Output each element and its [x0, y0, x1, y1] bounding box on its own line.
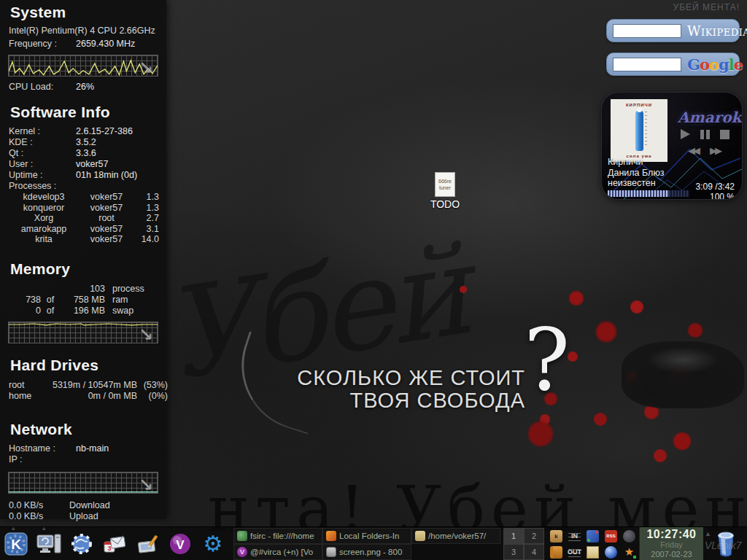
track-info: Кирпичи Данила Блюз неизвестен — [608, 157, 664, 189]
memory-row: 738of758 MBram — [0, 295, 166, 306]
memory-row: 103process — [0, 284, 166, 295]
desktop-pager: 1 2 3 4 — [503, 528, 544, 560]
trash-popup-arrow[interactable]: ▲ — [705, 530, 711, 537]
moon-applet-icon[interactable] — [623, 530, 635, 542]
pager-desktop-4[interactable]: 4 — [524, 544, 544, 560]
section-title-drives: Hard Drives — [0, 357, 166, 374]
kde-value: 3.5.2 — [76, 137, 160, 148]
user-value: voker57 — [76, 159, 160, 170]
blood-splatter — [460, 286, 467, 293]
memory-row: 0of196 MBswap — [0, 306, 166, 316]
mail-calendar-icon: 3 — [102, 533, 127, 555]
task-fsirc[interactable]: fsirc - file:///home — [233, 528, 322, 544]
process-row: kdevelop3voker571.3 — [0, 192, 166, 203]
system-monitor-widget: System Intel(R) Pentium(R) 4 CPU 2.66GHz… — [0, 0, 166, 519]
task-screen-png[interactable]: screen.png - 800 — [322, 544, 411, 560]
network-rate-row: 0.0 KB/sUpload — [0, 511, 166, 522]
graph-arrow-icon: ↘ — [139, 324, 153, 346]
flower-app-icon[interactable]: ★ — [623, 546, 635, 559]
section-title-memory: Memory — [0, 260, 166, 278]
pager-desktop-3[interactable]: 3 — [503, 544, 524, 560]
network-connections-icon[interactable] — [587, 530, 599, 542]
album-art-thermometer — [635, 110, 643, 151]
globe-tray-icon[interactable] — [605, 546, 617, 559]
folder-icon — [415, 531, 425, 541]
album-art[interactable]: КИРПИЧИ сила ума — [611, 99, 667, 162]
wallpaper-line1: СКОЛЬКО ЖЕ СТОИТ — [297, 367, 525, 389]
kmenu-button[interactable]: K — [3, 531, 29, 557]
pencil-pad-icon — [136, 533, 159, 555]
hostname-value: nb-main — [76, 443, 160, 454]
user-label: User : — [9, 159, 76, 170]
ip-label: IP : — [0, 454, 166, 465]
network-out-monitor-icon[interactable]: OUT — [568, 546, 581, 559]
virca-icon: V — [237, 547, 247, 557]
track-artist: Кирпичи — [608, 157, 664, 168]
process-row: amarokappvoker573.1 — [0, 224, 166, 235]
clock-date: 2007-02-23 — [640, 550, 703, 559]
rss-reader-icon[interactable]: RSS — [605, 530, 617, 542]
uptime-label: Uptime : — [9, 170, 76, 181]
task-kmail-folders[interactable]: Local Folders-In — [322, 528, 411, 544]
konqueror-launcher[interactable] — [69, 531, 95, 557]
cpu-load-value: 26% — [76, 82, 160, 93]
clock-time: 10:27:40 — [640, 529, 703, 540]
next-track-button[interactable]: ▶▶ — [710, 145, 720, 156]
virca-launcher[interactable]: V — [167, 531, 193, 557]
mail-notifier-icon[interactable] — [587, 546, 599, 559]
klipper-icon[interactable]: k — [550, 530, 562, 542]
kontact-launcher[interactable]: 3 — [101, 531, 128, 557]
notes-launcher[interactable] — [134, 531, 160, 557]
gear-app-launcher[interactable]: ⚙ — [200, 531, 226, 557]
amarok-player-widget[interactable]: КИРПИЧИ сила ума Amarok ◀◀ ▶▶ Кирпичи Да… — [601, 92, 743, 200]
graph-arrow-icon: ↘ — [139, 57, 153, 79]
track-progress-bar[interactable] — [608, 190, 689, 197]
desktop-icon-todo[interactable]: 666re tuner TODO — [427, 172, 463, 210]
panel-clock[interactable]: 10:27:40 Friday 2007-02-23 — [639, 527, 703, 560]
clock-day: Friday — [640, 540, 703, 550]
svg-text:V: V — [176, 538, 185, 552]
volume-level: 100 % — [696, 192, 735, 200]
wallpaper-question-mark: ? — [524, 316, 570, 402]
track-album: неизвестен — [608, 178, 664, 189]
process-row: kritavoker5714.0 — [0, 234, 166, 245]
kmenu-icon: K — [4, 532, 28, 556]
process-row: konquerorvoker571.3 — [0, 203, 166, 214]
image-viewer-icon — [326, 547, 336, 557]
network-in-monitor-icon[interactable]: IN — [568, 530, 581, 542]
pager-desktop-2[interactable]: 2 — [524, 528, 544, 544]
pager-desktop-1[interactable]: 1 — [503, 528, 524, 544]
track-time: 3:09 /3:42 — [696, 182, 735, 192]
drive-row: home0m / 0m MB(0%) — [0, 391, 166, 402]
taskbar-panel: ▴ ▴ K — [0, 526, 747, 560]
google-search-input[interactable] — [613, 58, 681, 71]
wikipedia-search-input[interactable] — [613, 24, 681, 38]
cpu-load-graph: ↘ — [8, 55, 158, 77]
section-title-network: Network — [0, 421, 166, 438]
hostname-label: Hostname : — [9, 443, 76, 454]
text-file-icon: 666re tuner — [435, 172, 455, 197]
play-button[interactable] — [681, 129, 690, 139]
task-virca-chat[interactable]: V@#virca (+n) [Vo — [233, 544, 322, 560]
pause-button[interactable] — [700, 130, 710, 139]
network-graph: ↘ — [8, 472, 158, 494]
svg-text:K: K — [11, 537, 21, 552]
kde-label: KDE : — [9, 137, 76, 148]
graph-arrow-icon: ↘ — [139, 474, 153, 496]
system-launcher[interactable] — [36, 531, 62, 557]
kernel-label: Kernel : — [9, 126, 76, 137]
google-search-widget[interactable]: Google — [606, 52, 740, 76]
konqueror-globe-icon — [70, 532, 93, 556]
kernel-value: 2.6.15-27-386 — [76, 126, 160, 137]
fsirc-icon — [237, 531, 247, 541]
computer-icon — [36, 532, 62, 556]
stop-button[interactable] — [720, 130, 729, 139]
previous-track-button[interactable]: ◀◀ — [688, 145, 698, 156]
task-home-folder[interactable]: /home/voker57/ — [411, 528, 500, 544]
wikipedia-search-widget[interactable]: Wikipedia — [606, 19, 740, 42]
network-rate-row: 0.0 KB/sDownload — [0, 500, 166, 511]
v-app-icon: V — [169, 532, 192, 556]
kwallet-icon[interactable] — [550, 546, 562, 559]
process-row: Xorgroot2.7 — [0, 213, 166, 224]
qt-value: 3.3.6 — [76, 148, 160, 159]
